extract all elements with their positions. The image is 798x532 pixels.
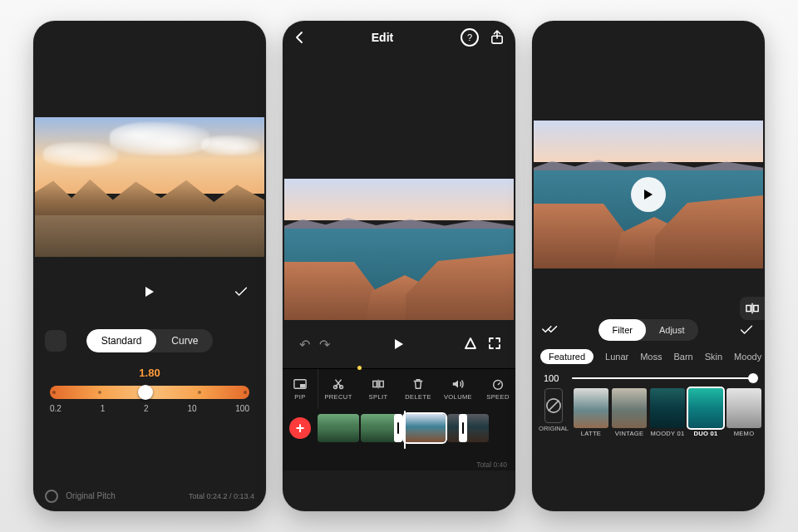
- filter-adjust-segment: Filter Adjust: [598, 319, 697, 341]
- intensity-slider-thumb[interactable]: [748, 373, 758, 383]
- svg-rect-17: [754, 305, 758, 311]
- speed-slider-thumb[interactable]: [138, 385, 153, 400]
- edit-toolbar: PIP PRECUT SPLIT DELETE VOLUME: [283, 368, 515, 409]
- video-preview: [35, 117, 264, 257]
- segment-standard[interactable]: Standard: [86, 329, 157, 352]
- back-button[interactable]: [294, 31, 304, 44]
- category-tab[interactable]: Moody: [734, 352, 761, 362]
- category-tab[interactable]: Lunar: [605, 352, 628, 362]
- speed-slider[interactable]: [50, 386, 249, 399]
- filter-label: ORIGINAL: [537, 425, 570, 432]
- segment-adjust[interactable]: Adjust: [646, 319, 698, 341]
- speed-wheel-button[interactable]: [45, 330, 66, 352]
- page-title: Edit: [372, 31, 393, 44]
- filter-chip[interactable]: VINTAGE: [612, 388, 647, 437]
- category-tab[interactable]: Featured: [540, 349, 594, 364]
- filter-chip[interactable]: LATTE: [574, 388, 608, 437]
- timeline-clip-selected[interactable]: 13.4: [404, 414, 446, 442]
- playhead[interactable]: [404, 411, 406, 449]
- apply-all-button[interactable]: [542, 323, 559, 337]
- play-button[interactable]: [145, 287, 154, 297]
- tool-speed[interactable]: SPEED: [478, 369, 515, 409]
- filter-category-tabs[interactable]: Featured Lunar Moss Barn Skin Moody Crea…: [532, 345, 765, 368]
- tool-precut[interactable]: PRECUT: [318, 369, 358, 409]
- speed-mode-segment: Standard Curve: [86, 329, 214, 352]
- tool-volume[interactable]: VOLUME: [438, 369, 478, 409]
- screen-filter: Filter Adjust Featured Lunar Moss Barn S…: [532, 21, 765, 511]
- trim-handle-right[interactable]: [459, 414, 467, 442]
- confirm-button[interactable]: [740, 325, 753, 335]
- tool-delete[interactable]: DELETE: [398, 369, 438, 409]
- add-clip-button[interactable]: +: [289, 417, 311, 439]
- svg-line-12: [498, 382, 500, 385]
- filter-chip[interactable]: MOODY 01: [650, 388, 685, 437]
- tool-split[interactable]: SPLIT: [358, 369, 398, 409]
- video-preview: [534, 121, 763, 268]
- duration-summary: Total 0:24.2 / 0:13.4: [189, 492, 254, 500]
- timeline-clip[interactable]: [318, 414, 359, 442]
- tool-pip[interactable]: PIP: [283, 369, 318, 409]
- filter-none[interactable]: [544, 388, 563, 423]
- confirm-button[interactable]: [234, 287, 248, 297]
- filter-list[interactable]: ORIGINAL LATTE VINTAGE MOODY 01 DUO 01 M…: [532, 385, 765, 443]
- segment-curve[interactable]: Curve: [156, 329, 213, 352]
- svg-marker-1: [466, 338, 475, 348]
- filter-chip[interactable]: MEMO: [727, 388, 761, 437]
- screen-edit: Edit ? ↶ ↷: [283, 21, 515, 511]
- svg-line-19: [549, 401, 559, 411]
- undo-button[interactable]: ↶: [299, 337, 310, 352]
- video-preview: [284, 179, 514, 320]
- speed-tick-labels: 0.2 1 2 10 100: [33, 404, 266, 413]
- svg-rect-3: [300, 384, 305, 387]
- play-button[interactable]: [631, 177, 666, 212]
- play-button[interactable]: [395, 339, 403, 349]
- trim-handle-left[interactable]: [394, 414, 402, 442]
- speed-value: 1.80: [33, 367, 266, 379]
- svg-rect-16: [746, 305, 751, 311]
- screen-speed: Standard Curve 1.80 0.2 1 2 10 100: [33, 21, 266, 511]
- category-tab[interactable]: Moss: [640, 352, 662, 362]
- category-tab[interactable]: Barn: [673, 352, 692, 362]
- intensity-value: 100: [544, 373, 564, 383]
- share-button[interactable]: [490, 30, 504, 45]
- segment-filter[interactable]: Filter: [598, 319, 645, 341]
- fullscreen-button[interactable]: [489, 337, 500, 352]
- aspect-button[interactable]: [464, 337, 477, 352]
- category-tab[interactable]: Skin: [705, 352, 722, 362]
- help-button[interactable]: ?: [461, 28, 479, 47]
- timeline[interactable]: + 13.4 Total 0:40: [283, 409, 515, 470]
- timeline-clip[interactable]: [447, 414, 489, 442]
- filter-chip-active[interactable]: DUO 01: [688, 388, 723, 437]
- original-pitch-toggle[interactable]: Original Pitch: [45, 490, 116, 503]
- checkbox-icon: [45, 490, 58, 503]
- redo-button: ↷: [319, 337, 330, 352]
- timeline-total: Total 0:40: [476, 461, 507, 469]
- svg-rect-10: [380, 381, 383, 387]
- intensity-slider[interactable]: [572, 377, 753, 379]
- svg-rect-8: [373, 381, 377, 387]
